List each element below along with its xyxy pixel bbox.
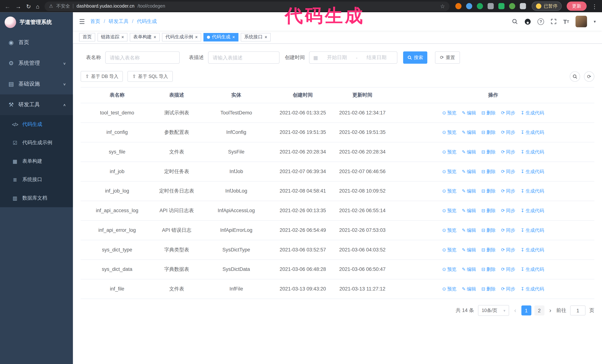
refresh-table-button[interactable]: ⟳ (584, 71, 594, 82)
update-button[interactable]: 更新 (567, 1, 587, 11)
close-icon[interactable]: × (232, 35, 235, 40)
generate-code-link[interactable]: ↧生成代码 (521, 148, 544, 155)
table-desc-input[interactable] (208, 52, 280, 64)
edit-link[interactable]: ✎编辑 (462, 109, 476, 116)
close-icon[interactable]: × (154, 35, 156, 40)
search-button[interactable]: 搜索 (403, 52, 427, 64)
import-db-button[interactable]: ⇪ 基于 DB 导入 (81, 71, 123, 82)
sync-link[interactable]: ⟳同步 (501, 168, 515, 175)
close-icon[interactable]: × (265, 35, 267, 40)
sidebar-item-home[interactable]: ◉ 首页 (0, 32, 73, 53)
page-number-button[interactable]: 2 (534, 305, 544, 315)
sidebar-toggle-icon[interactable]: ☰ (79, 17, 85, 26)
edit-link[interactable]: ✎编辑 (462, 227, 476, 234)
reload-icon[interactable]: ↻ (26, 3, 31, 9)
preview-link[interactable]: ⊙预览 (442, 148, 456, 155)
preview-link[interactable]: ⊙预览 (442, 168, 456, 175)
close-icon[interactable]: × (121, 35, 124, 40)
edit-link[interactable]: ✎编辑 (462, 207, 476, 214)
date-range-picker[interactable]: ▦ 开始日期 - 结束日期 (309, 52, 398, 64)
breadcrumb-item[interactable]: 研发工具 (100, 18, 129, 25)
address-bar[interactable]: ⚠ 不安全 dashboard.yudao.iocoder.cn/tool/co… (44, 1, 450, 11)
edit-link[interactable]: ✎编辑 (462, 266, 476, 273)
sidebar-item-codegen[interactable]: </> 代码生成 (0, 115, 73, 134)
extension-icon[interactable] (466, 3, 472, 9)
close-icon[interactable]: × (195, 35, 198, 40)
sidebar-item-system-api[interactable]: ≣ 系统接口 (0, 170, 73, 189)
edit-link[interactable]: ✎编辑 (462, 129, 476, 136)
edit-link[interactable]: ✎编辑 (462, 148, 476, 155)
font-size-icon[interactable]: TT (563, 18, 569, 25)
preview-link[interactable]: ⊙预览 (442, 246, 456, 253)
table-name-input[interactable] (105, 52, 180, 64)
tab[interactable]: 系统接口 × (241, 33, 271, 41)
extension-icon[interactable] (498, 3, 504, 9)
preview-link[interactable]: ⊙预览 (442, 285, 456, 292)
sync-link[interactable]: ⟳同步 (501, 285, 515, 292)
sync-link[interactable]: ⟳同步 (501, 207, 515, 214)
home-icon[interactable]: ⌂ (36, 3, 39, 9)
generate-code-link[interactable]: ↧生成代码 (521, 227, 544, 234)
sidebar-item-devtools[interactable]: ⚒ 研发工具 ∧ (0, 94, 73, 115)
generate-code-link[interactable]: ↧生成代码 (521, 246, 544, 253)
preview-link[interactable]: ⊙预览 (442, 129, 456, 136)
goto-page-input[interactable] (570, 305, 586, 315)
puzzle-extension-icon[interactable] (520, 3, 526, 9)
back-icon[interactable]: ← (5, 3, 10, 9)
tab[interactable]: 代码生成 × (204, 33, 239, 41)
extension-icon[interactable] (487, 3, 494, 9)
edit-link[interactable]: ✎编辑 (462, 285, 476, 292)
sidebar-item-codegen-example[interactable]: ☑ 代码生成示例 (0, 134, 73, 152)
fullscreen-icon[interactable] (551, 18, 557, 24)
next-page-button[interactable]: › (548, 307, 552, 314)
delete-link[interactable]: ⊟删除 (481, 266, 496, 273)
edit-link[interactable]: ✎编辑 (462, 188, 476, 195)
generate-code-link[interactable]: ↧生成代码 (521, 188, 544, 195)
security-label[interactable]: 不安全 (56, 3, 70, 10)
reset-button[interactable]: ⟳ 重置 (435, 52, 460, 64)
delete-link[interactable]: ⊟删除 (481, 285, 496, 292)
search-icon[interactable] (512, 18, 518, 24)
sidebar-item-infrastructure[interactable]: ▤ 基础设施 ∨ (0, 74, 73, 94)
app-logo[interactable]: 芋道管理系统 (0, 12, 73, 32)
sidebar-item-db-doc[interactable]: ▥ 数据库文档 (0, 189, 73, 207)
extension-icon[interactable] (509, 3, 515, 9)
help-icon[interactable]: ? (538, 18, 544, 25)
edit-link[interactable]: ✎编辑 (462, 168, 476, 175)
page-number-button[interactable]: 1 (521, 305, 531, 315)
preview-link[interactable]: ⊙预览 (442, 207, 456, 214)
preview-link[interactable]: ⊙预览 (442, 109, 456, 116)
github-icon[interactable] (525, 18, 531, 25)
breadcrumb-item[interactable]: 首页 (90, 18, 100, 25)
toggle-search-button[interactable] (570, 71, 580, 82)
delete-link[interactable]: ⊟删除 (481, 227, 496, 234)
sync-link[interactable]: ⟳同步 (501, 266, 515, 273)
sync-link[interactable]: ⟳同步 (501, 227, 515, 234)
bookmark-star-icon[interactable]: ☆ (440, 3, 445, 9)
delete-link[interactable]: ⊟删除 (481, 148, 496, 155)
extension-icon[interactable] (455, 3, 462, 9)
sync-link[interactable]: ⟳同步 (501, 109, 515, 116)
sidebar-item-system[interactable]: ⚙ 系统管理 ∨ (0, 53, 73, 74)
tab[interactable]: 链路追踪 × (97, 33, 128, 41)
chevron-down-icon[interactable]: ▾ (594, 19, 596, 24)
delete-link[interactable]: ⊟删除 (481, 207, 496, 214)
delete-link[interactable]: ⊟删除 (481, 109, 496, 116)
delete-link[interactable]: ⊟删除 (481, 188, 496, 195)
generate-code-link[interactable]: ↧生成代码 (521, 168, 544, 175)
tab[interactable]: 表单构建 × (130, 33, 160, 41)
sidebar-item-form-builder[interactable]: ▦ 表单构建 (0, 152, 73, 170)
tab[interactable]: 代码生成示例 × (162, 33, 201, 41)
generate-code-link[interactable]: ↧生成代码 (521, 129, 544, 136)
import-sql-button[interactable]: ⇪ 基于 SQL 导入 (128, 71, 173, 82)
sync-link[interactable]: ⟳同步 (501, 148, 515, 155)
extension-icon[interactable] (477, 3, 483, 9)
sync-link[interactable]: ⟳同步 (501, 246, 515, 253)
preview-link[interactable]: ⊙预览 (442, 266, 456, 273)
generate-code-link[interactable]: ↧生成代码 (521, 266, 544, 273)
prev-page-button[interactable]: ‹ (513, 307, 517, 314)
forward-icon[interactable]: → (15, 3, 21, 9)
user-avatar[interactable] (576, 16, 587, 27)
breadcrumb-item[interactable]: 代码生成 (129, 18, 157, 25)
paused-badge[interactable]: 已暂停 (532, 1, 562, 11)
